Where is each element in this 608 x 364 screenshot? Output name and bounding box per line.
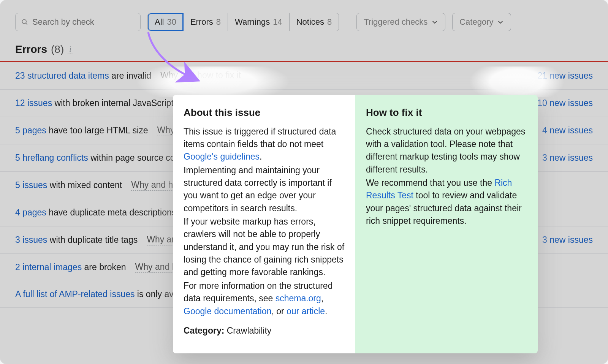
section-title: Errors	[15, 43, 47, 55]
filter-tab-warnings[interactable]: Warnings 14	[228, 13, 290, 31]
issue-link[interactable]: 5 issues	[15, 180, 47, 190]
filter-count: 14	[273, 17, 282, 27]
filter-count: 8	[327, 17, 332, 27]
filter-count: 8	[216, 17, 221, 27]
filter-tab-all[interactable]: All 30	[148, 13, 184, 31]
issue-link[interactable]: 12 issues	[15, 98, 52, 108]
triggered-checks-dropdown[interactable]: Triggered checks	[356, 13, 445, 31]
issue-link[interactable]: 5 pages	[15, 125, 46, 135]
svg-point-0	[22, 19, 26, 24]
category-label: Category:	[184, 326, 224, 336]
new-issues-link[interactable]: 21 new issues	[537, 71, 593, 81]
filter-tab-errors[interactable]: Errors 8	[184, 13, 228, 31]
schema-org-link[interactable]: schema.org	[276, 293, 321, 303]
about-text: For more information on the structured d…	[184, 280, 345, 318]
google-docs-link[interactable]: Google documentation	[184, 306, 271, 316]
category-line: Category: Crawlability	[184, 324, 345, 337]
category-dropdown[interactable]: Category	[452, 13, 511, 31]
fix-title: How to fix it	[366, 106, 527, 120]
issue-text: with duplicate title tags	[47, 235, 138, 245]
section-heading: Errors (8) i	[0, 40, 608, 61]
filter-label: All	[155, 17, 164, 27]
search-box[interactable]	[15, 13, 141, 31]
issue-description: 23 structured data items are invalid	[15, 71, 151, 81]
new-issues-link[interactable]: 3 new issues	[542, 235, 593, 245]
new-issues-link[interactable]: 3 new issues	[542, 153, 593, 163]
filter-tabs: All 30 Errors 8 Warnings 14 Notices 8	[147, 13, 339, 31]
about-text: If your website markup has errors, crawl…	[184, 215, 345, 279]
issue-description: 4 pages have duplicate meta descriptions	[15, 207, 176, 218]
issue-text: have too large HTML size	[46, 125, 148, 135]
popover-about: About this issue This issue is triggered…	[173, 95, 355, 353]
search-input[interactable]	[32, 17, 135, 27]
popover-howtofix: How to fix it Check structured data on y…	[355, 95, 538, 353]
issue-description: 5 pages have too large HTML size	[15, 125, 148, 136]
dropdown-label: Category	[459, 17, 493, 27]
issue-link[interactable]: A full list of AMP-related issues	[15, 289, 135, 299]
filter-label: Notices	[296, 17, 324, 27]
google-guidelines-link[interactable]: Google's guidelines	[184, 152, 260, 161]
svg-line-1	[26, 23, 27, 25]
issue-text: have duplicate meta descriptions	[46, 207, 176, 217]
about-title: About this issue	[184, 106, 345, 120]
issue-text: are broken	[82, 262, 126, 272]
dropdown-label: Triggered checks	[364, 17, 428, 27]
issue-text: with mixed content	[47, 180, 122, 190]
issue-link[interactable]: 4 pages	[15, 207, 46, 217]
about-text: This issue is triggered if structured da…	[184, 125, 345, 163]
new-issues-link[interactable]: 4 new issues	[542, 125, 593, 136]
why-and-how-link[interactable]: Why and how to fix it	[160, 70, 241, 81]
fix-text: Check structured data on your webpages w…	[366, 125, 527, 176]
section-count: (8)	[51, 43, 64, 55]
issue-help-popover: About this issue This issue is triggered…	[173, 95, 538, 353]
filter-label: Warnings	[235, 17, 270, 27]
issue-description: 3 issues with duplicate title tags	[15, 235, 138, 245]
issue-link[interactable]: 2 internal images	[15, 262, 82, 272]
info-icon[interactable]: i	[68, 45, 73, 54]
search-icon	[21, 18, 28, 26]
new-issues-link[interactable]: 10 new issues	[537, 98, 593, 108]
issue-link[interactable]: 3 issues	[15, 235, 47, 245]
issue-text: are invalid	[109, 71, 151, 81]
issue-link[interactable]: 23 structured data items	[15, 71, 109, 81]
chevron-down-icon	[431, 19, 438, 25]
issue-description: 5 issues with mixed content	[15, 180, 122, 190]
filter-tab-notices[interactable]: Notices 8	[290, 13, 339, 31]
our-article-link[interactable]: our article	[287, 306, 325, 316]
category-value: Crawlability	[224, 326, 271, 336]
filter-count: 30	[167, 17, 176, 27]
issue-row: 23 structured data items are invalid Why…	[0, 62, 608, 90]
about-text: Implementing and maintaining your struct…	[184, 164, 345, 215]
toolbar: All 30 Errors 8 Warnings 14 Notices 8 Tr…	[0, 0, 608, 40]
issue-description: 2 internal images are broken	[15, 262, 126, 272]
filter-label: Errors	[190, 17, 213, 27]
page: All 30 Errors 8 Warnings 14 Notices 8 Tr…	[0, 0, 608, 364]
fix-text: We recommend that you use the Rich Resul…	[366, 177, 527, 227]
chevron-down-icon	[497, 19, 504, 25]
issue-link[interactable]: 5 hreflang conflicts	[15, 153, 88, 163]
